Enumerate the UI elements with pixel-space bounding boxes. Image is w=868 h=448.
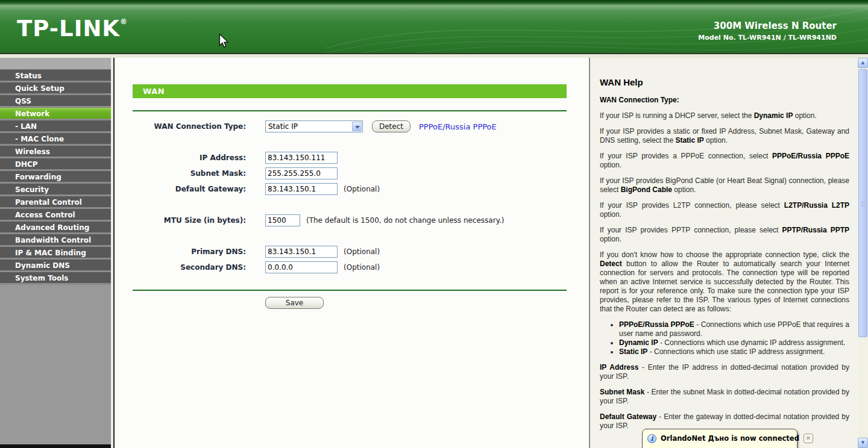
- sidebar-item-quick-setup[interactable]: Quick Setup: [0, 82, 111, 95]
- info-icon: i: [647, 434, 656, 443]
- help-title: WAN Help: [600, 77, 849, 87]
- help-bullet-list: PPPoE/Russia PPPoE - Connections which u…: [600, 320, 849, 356]
- vertical-scrollbar[interactable]: ▲ ▼: [858, 58, 868, 448]
- sidebar-item-status[interactable]: Status: [0, 70, 111, 82]
- pppoe-russia-link[interactable]: PPPoE/Russia PPPoE: [419, 122, 497, 131]
- connection-type-label: WAN Connection Type:: [115, 122, 246, 131]
- sidebar-item-dynamic-dns[interactable]: Dynamic DNS: [0, 260, 111, 272]
- ip-address-label: IP Address:: [115, 154, 246, 162]
- primary-dns-row: Primary DNS: (Optional): [115, 246, 589, 258]
- help-subtitle: WAN Connection Type:: [600, 96, 849, 104]
- subnet-mask-label: Subnet Mask:: [115, 169, 246, 178]
- sidebar-item-access-control[interactable]: Access Control: [0, 209, 111, 222]
- connection-type-selected-value: Static IP: [268, 122, 298, 131]
- notification-row: i OrlandoNet Дъно is now connected ✕: [647, 434, 792, 443]
- secondary-dns-input[interactable]: [265, 261, 338, 273]
- help-paragraph: If your ISP provides a PPPoE connection,…: [600, 152, 849, 170]
- primary-dns-label: Primary DNS:: [115, 247, 246, 256]
- default-gateway-row: Default Gateway: (Optional): [115, 183, 589, 195]
- save-button[interactable]: Save: [265, 297, 324, 309]
- connection-type-select[interactable]: Static IP: [265, 120, 363, 132]
- secondary-dns-row: Secondary DNS: (Optional): [115, 261, 589, 273]
- model-number: Model No. TL-WR941N / TL-WR941ND: [698, 34, 837, 42]
- help-panel: WAN Help WAN Connection Type: If your IS…: [589, 58, 858, 448]
- section-title-bar: WAN: [133, 84, 567, 98]
- sidebar-item-parental-control[interactable]: Parental Control: [0, 196, 111, 209]
- green-rule-bottom: [133, 290, 567, 291]
- help-paragraph: If your ISP provides PPTP connection, pl…: [600, 226, 849, 244]
- scrollbar-grip-icon: [861, 202, 866, 206]
- tp-link-logo: TP-LINK®: [17, 16, 128, 42]
- help-definitions: IP Address - Enter the IP address in dot…: [600, 363, 849, 431]
- ip-address-row: IP Address:: [115, 152, 589, 164]
- help-paragraph: If you don't know how to choose the appr…: [600, 250, 849, 314]
- help-paragraphs: If your ISP is running a DHCP server, se…: [600, 111, 849, 314]
- mtu-input[interactable]: [265, 214, 300, 226]
- green-rule-top: [133, 110, 567, 111]
- sidebar-item-bandwidth-control[interactable]: Bandwidth Control: [0, 234, 111, 247]
- help-definition: IP Address - Enter the IP address in dot…: [600, 363, 849, 381]
- secondary-dns-label: Secondary DNS:: [115, 263, 246, 272]
- help-paragraph: If your ISP provides BigPond Cable (or H…: [600, 176, 849, 194]
- sidebar-item-advanced-routing[interactable]: Advanced Routing: [0, 222, 111, 234]
- help-definition: Subnet Mask - Enter the subnet Mask in d…: [600, 388, 849, 406]
- subnet-mask-row: Subnet Mask:: [115, 167, 589, 179]
- primary-dns-input[interactable]: [265, 246, 338, 258]
- detect-button[interactable]: Detect: [372, 120, 410, 132]
- sidebar-item-network[interactable]: Network: [0, 108, 111, 120]
- help-body: WAN Help WAN Connection Type: If your IS…: [590, 58, 858, 431]
- sidebar-menu: StatusQuick SetupQSSNetwork- LAN- WAN- M…: [0, 70, 111, 285]
- chevron-down-icon[interactable]: [352, 122, 362, 131]
- help-paragraph: If your ISP is running a DHCP server, se…: [600, 111, 849, 120]
- notification-balloon: i OrlandoNet Дъно is now connected ✕ Spe…: [642, 429, 797, 448]
- header-divider-strip: [0, 53, 868, 58]
- help-bullet-item: PPPoE/Russia PPPoE - Connections which u…: [619, 320, 849, 338]
- sidebar-item-qss[interactable]: QSS: [0, 95, 111, 108]
- primary-dns-optional-note: (Optional): [344, 247, 380, 256]
- app-header: TP-LINK® 300M Wireless N Router Model No…: [0, 0, 868, 53]
- default-gateway-label: Default Gateway:: [115, 185, 246, 193]
- sidebar-bottom-strip: [0, 444, 115, 448]
- help-paragraph: If your ISP provides L2TP connection, pl…: [600, 201, 849, 219]
- ip-address-input[interactable]: [265, 152, 338, 164]
- help-bullet-item: Static IP - Connections which use static…: [619, 347, 849, 356]
- sidebar-item-wireless[interactable]: Wireless: [0, 146, 111, 158]
- notification-text: OrlandoNet Дъно is now connected: [661, 434, 799, 443]
- scrollbar-thumb[interactable]: [858, 69, 867, 337]
- header-product-info: 300M Wireless N Router Model No. TL-WR94…: [698, 20, 837, 42]
- sidebar-item-security[interactable]: Security: [0, 184, 111, 196]
- help-paragraph: If your ISP provides a static or fixed I…: [600, 127, 849, 145]
- router-admin-page: TP-LINK® 300M Wireless N Router Model No…: [0, 0, 868, 448]
- product-name: 300M Wireless N Router: [698, 20, 837, 31]
- secondary-dns-optional-note: (Optional): [344, 263, 380, 272]
- registered-mark: ®: [120, 17, 128, 26]
- help-bullet-item: Dynamic IP - Connections which use dynam…: [619, 338, 849, 347]
- sidebar-item-forwarding[interactable]: Forwarding: [0, 171, 111, 184]
- sidebar-item-ip-mac-binding[interactable]: IP & MAC Binding: [0, 247, 111, 260]
- sidebar-item-dhcp[interactable]: DHCP: [0, 158, 111, 171]
- gateway-optional-note: (Optional): [344, 185, 380, 193]
- connection-type-row: WAN Connection Type: Static IP Detect PP…: [115, 120, 589, 132]
- sidebar-nav: StatusQuick SetupQSSNetwork- LAN- WAN- M…: [0, 58, 111, 448]
- mtu-note: (The default is 1500, do not change unle…: [306, 216, 505, 225]
- default-gateway-input[interactable]: [265, 183, 338, 195]
- sidebar-item-mac-clone[interactable]: - MAC Clone: [0, 133, 111, 146]
- main-content: WAN WAN Connection Type: Static IP Detec…: [115, 58, 589, 448]
- sidebar-item-system-tools[interactable]: System Tools: [0, 272, 111, 285]
- sidebar-top-spacer: [0, 58, 111, 70]
- help-definition: Default Gateway - Enter the gateway in d…: [600, 412, 849, 431]
- scroll-down-icon[interactable]: ▼: [858, 438, 868, 448]
- mtu-label: MTU Size (in bytes):: [115, 216, 246, 225]
- subnet-mask-input[interactable]: [265, 167, 338, 179]
- scroll-up-icon[interactable]: ▲: [858, 58, 868, 68]
- mtu-row: MTU Size (in bytes): (The default is 150…: [115, 214, 589, 226]
- close-icon[interactable]: ✕: [804, 434, 813, 443]
- sidebar-item-lan[interactable]: - LAN: [0, 120, 111, 133]
